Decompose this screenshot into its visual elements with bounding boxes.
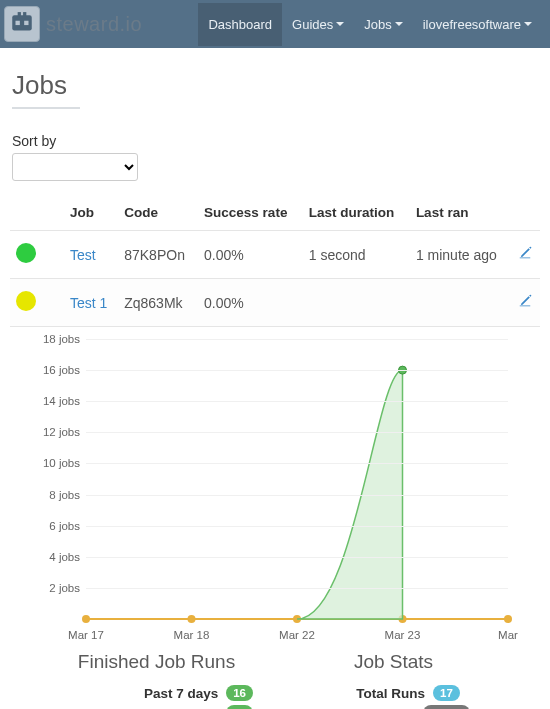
- p7-badge: 16: [226, 685, 253, 701]
- x-tick-label: Mar 17: [68, 629, 104, 641]
- chevron-down-icon: [524, 22, 532, 26]
- nav-jobs[interactable]: Jobs: [354, 3, 412, 46]
- logo-icon: [4, 6, 40, 42]
- status-dot: [16, 243, 36, 263]
- svg-rect-3: [18, 12, 21, 16]
- nav-dashboard[interactable]: Dashboard: [198, 3, 282, 46]
- job-stats-block: Job Stats Total Runs17 Success Rate0.00%…: [275, 651, 512, 709]
- finished-title: Finished Job Runs: [38, 651, 275, 673]
- y-tick-label: 6 jobs: [49, 520, 86, 532]
- chart-xaxis: Mar 17Mar 18Mar 22Mar 23Mar: [86, 621, 508, 645]
- x-tick-label: Mar 22: [279, 629, 315, 641]
- y-tick-label: 14 jobs: [43, 395, 86, 407]
- cell-duration: [303, 279, 410, 327]
- navbar: steward.io Dashboard Guides Jobs ilovefr…: [0, 0, 550, 48]
- p30-label: Past 30 days: [136, 706, 218, 710]
- page-title: Jobs: [10, 70, 540, 101]
- finished-runs-block: Finished Job Runs Past 7 days16 Past 30 …: [38, 651, 275, 709]
- edit-icon[interactable]: [518, 247, 532, 263]
- y-tick-label: 4 jobs: [49, 551, 86, 563]
- cell-duration: 1 second: [303, 231, 410, 279]
- th-success: Success rate: [198, 195, 303, 231]
- y-tick-label: 10 jobs: [43, 457, 86, 469]
- cell-code: Zq863Mk: [118, 279, 198, 327]
- rate-badge: 0.00%: [423, 705, 470, 709]
- edit-icon[interactable]: [518, 295, 532, 311]
- stats-title: Job Stats: [275, 651, 512, 673]
- rate-label: Success Rate: [295, 706, 415, 710]
- chart-container: 2 jobs4 jobs6 jobs8 jobs10 jobs12 jobs14…: [10, 327, 540, 645]
- svg-rect-2: [24, 21, 28, 25]
- brand-text: steward.io: [46, 13, 142, 36]
- chevron-down-icon: [336, 22, 344, 26]
- y-tick-label: 12 jobs: [43, 426, 86, 438]
- p30-badge: 16: [226, 705, 253, 709]
- svg-rect-0: [12, 15, 32, 30]
- p7-label: Past 7 days: [144, 686, 218, 701]
- x-tick-label: Mar 23: [385, 629, 421, 641]
- svg-rect-1: [16, 21, 20, 25]
- y-tick-label: 8 jobs: [49, 489, 86, 501]
- y-tick-label: 2 jobs: [49, 582, 86, 594]
- table-row: Test 87K8POn 0.00% 1 second 1 minute ago: [10, 231, 540, 279]
- stats-row: Finished Job Runs Past 7 days16 Past 30 …: [10, 645, 540, 709]
- chevron-down-icon: [395, 22, 403, 26]
- x-tick-label: Mar 18: [174, 629, 210, 641]
- th-duration: Last duration: [303, 195, 410, 231]
- job-link[interactable]: Test 1: [70, 295, 107, 311]
- title-underline: [12, 107, 80, 109]
- status-dot: [16, 291, 36, 311]
- th-ran: Last ran: [410, 195, 512, 231]
- sortby-label: Sort by: [10, 133, 540, 149]
- cell-ran: [410, 279, 512, 327]
- th-code: Code: [118, 195, 198, 231]
- th-job: Job: [64, 195, 118, 231]
- total-label: Total Runs: [305, 686, 425, 701]
- job-link[interactable]: Test: [70, 247, 96, 263]
- cell-code: 87K8POn: [118, 231, 198, 279]
- svg-rect-4: [23, 12, 26, 16]
- cell-ran: 1 minute ago: [410, 231, 512, 279]
- cell-success: 0.00%: [198, 279, 303, 327]
- table-row: Test 1 Zq863Mk 0.00%: [10, 279, 540, 327]
- y-tick-label: 16 jobs: [43, 364, 86, 376]
- nav-guides[interactable]: Guides: [282, 3, 354, 46]
- cell-success: 0.00%: [198, 231, 303, 279]
- nav-user[interactable]: ilovefreesoftware: [413, 3, 542, 46]
- jobs-table: Job Code Success rate Last duration Last…: [10, 195, 540, 327]
- sortby-select[interactable]: [12, 153, 138, 181]
- y-tick-label: 18 jobs: [43, 333, 86, 345]
- nav-items: Dashboard Guides Jobs ilovefreesoftware: [198, 3, 542, 46]
- x-tick-label: Mar: [498, 629, 518, 641]
- chart-plot: 2 jobs4 jobs6 jobs8 jobs10 jobs12 jobs14…: [86, 339, 508, 619]
- total-badge: 17: [433, 685, 460, 701]
